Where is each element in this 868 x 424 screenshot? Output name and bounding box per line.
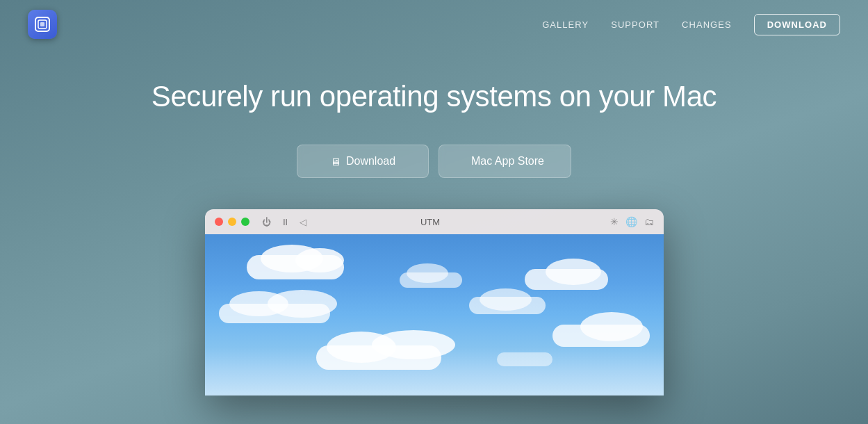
window-title: UTM xyxy=(306,217,555,227)
download-label: Download xyxy=(346,155,395,168)
close-button-dot xyxy=(215,218,223,226)
download-button[interactable]: 🖥 Download xyxy=(297,145,429,178)
appstore-label: Mac App Store xyxy=(471,155,544,168)
navbar: GALLERY SUPPORT CHANGES DOWNLOAD xyxy=(0,0,868,49)
globe-icon: 🌐 xyxy=(625,216,637,227)
power-icon: ⏻ xyxy=(262,217,271,227)
settings-icon: ✳ xyxy=(610,216,619,227)
nav-links: GALLERY SUPPORT CHANGES DOWNLOAD xyxy=(542,14,840,35)
window-titlebar: ⏻ ⏸ ◁ UTM ✳ 🌐 🗂 xyxy=(205,209,664,234)
download-icon: 🖥 xyxy=(330,156,341,168)
pause-icon: ⏸ xyxy=(281,217,290,227)
window-right-controls: ✳ 🌐 🗂 xyxy=(610,216,654,227)
minimize-button-dot xyxy=(228,218,236,226)
app-logo-icon xyxy=(28,10,57,39)
nav-download-button[interactable]: DOWNLOAD xyxy=(754,14,840,35)
back-icon: ◁ xyxy=(300,217,306,227)
traffic-lights xyxy=(215,218,249,226)
fullscreen-button-dot xyxy=(241,218,249,226)
nav-changes[interactable]: CHANGES xyxy=(682,19,732,30)
appstore-button[interactable]: Mac App Store xyxy=(439,145,571,178)
folder-icon: 🗂 xyxy=(644,216,654,227)
hero-buttons: 🖥 Download Mac App Store xyxy=(297,145,571,178)
nav-gallery[interactable]: GALLERY xyxy=(542,19,589,30)
hero-section: Securely run operating systems on your M… xyxy=(0,49,868,396)
window-screen xyxy=(205,234,664,396)
svg-rect-2 xyxy=(40,22,44,26)
nav-support[interactable]: SUPPORT xyxy=(611,19,660,30)
hero-title: Securely run operating systems on your M… xyxy=(152,80,716,113)
logo[interactable] xyxy=(28,10,57,39)
window-controls: ⏻ ⏸ ◁ xyxy=(262,217,306,227)
app-window-mockup: ⏻ ⏸ ◁ UTM ✳ 🌐 🗂 xyxy=(205,209,664,396)
